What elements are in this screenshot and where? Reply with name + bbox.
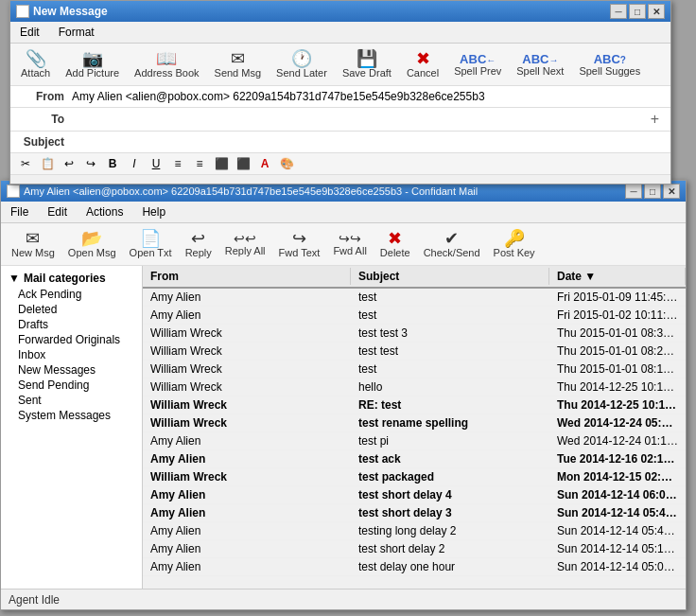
email-row[interactable]: Amy Alien test short delay 2 Sun 2014-12…	[143, 540, 686, 558]
open-txt-icon: 📄	[140, 230, 161, 247]
subject-input[interactable]	[70, 134, 663, 150]
compose-menu-format[interactable]: Format	[55, 24, 98, 41]
open-msg-button[interactable]: 📂 Open Msg	[63, 227, 121, 261]
outdent-btn[interactable]: ⬛	[234, 155, 252, 172]
main-menu-file[interactable]: File	[7, 203, 32, 220]
add-picture-button[interactable]: 📷 Add Picture	[61, 47, 124, 81]
main-menu-actions[interactable]: Actions	[82, 203, 127, 220]
new-msg-icon: ✉	[26, 230, 40, 247]
email-row[interactable]: Amy Alien test Fri 2015-01-02 10:11:51 P…	[143, 307, 686, 325]
camera-icon: 📷	[82, 50, 103, 67]
email-date: Fri 2015-01-09 11:45:35 AM	[549, 289, 686, 306]
email-row[interactable]: Amy Alien testing long delay 2 Sun 2014-…	[143, 522, 686, 540]
email-date: Thu 2014-12-25 10:14:13 PM	[549, 396, 686, 414]
main-close-btn[interactable]: ✕	[663, 184, 680, 199]
email-row[interactable]: William Wreck RE: test Thu 2014-12-25 10…	[143, 396, 686, 414]
bold-btn[interactable]: B	[103, 155, 122, 172]
fwd-text-button[interactable]: ↪ Fwd Text	[274, 227, 325, 261]
sidebar-item-deleted[interactable]: Deleted	[1, 302, 142, 317]
font-color-btn[interactable]: A	[255, 155, 274, 172]
email-layout: ▼ Mail categories Ack Pending Deleted Dr…	[1, 266, 686, 589]
sidebar-item-forwarded-originals[interactable]: Forwarded Originals	[1, 332, 142, 347]
sidebar-item-ack-pending[interactable]: Ack Pending	[1, 287, 142, 302]
email-row[interactable]: Amy Alien test delay one hour Sun 2014-1…	[143, 558, 686, 576]
email-row[interactable]: Amy Alien test short delay 4 Sun 2014-12…	[143, 486, 686, 504]
sidebar-item-sent[interactable]: Sent	[1, 393, 142, 408]
col-header-subject-label: Subject	[358, 270, 399, 283]
main-window-icon: ✉	[7, 185, 20, 198]
cut-btn[interactable]: ✂	[16, 155, 35, 172]
send-later-button[interactable]: 🕐 Send Later	[271, 47, 332, 81]
email-date: Sun 2014-12-14 05:42:58 PM	[549, 522, 686, 539]
to-plus-btn[interactable]: +	[647, 111, 663, 128]
col-header-subject[interactable]: Subject	[351, 268, 549, 285]
main-maximize-btn[interactable]: □	[644, 184, 661, 199]
reply-all-button[interactable]: ↩↩ Reply All	[220, 229, 270, 259]
compose-window-icon: ✉	[16, 5, 29, 18]
new-msg-button[interactable]: ✉ New Msg	[7, 227, 60, 261]
underline-btn[interactable]: U	[147, 155, 165, 172]
email-row[interactable]: Amy Alien test ack Tue 2014-12-16 02:11:…	[143, 450, 686, 468]
fwd-all-button[interactable]: ↪↪ Fwd All	[328, 229, 371, 259]
to-input[interactable]	[70, 112, 647, 127]
main-menu-edit[interactable]: Edit	[44, 203, 71, 220]
sidebar-collapse-icon[interactable]: ▼	[9, 272, 20, 285]
sidebar-item-inbox[interactable]: Inbox	[1, 347, 142, 362]
email-row[interactable]: William Wreck hello Thu 2014-12-25 10:17…	[143, 378, 686, 396]
spell-suggest-button[interactable]: ABC? Spell Sugges	[574, 50, 645, 79]
col-header-from[interactable]: From	[143, 268, 351, 285]
align-center-btn[interactable]: ≡	[190, 155, 209, 172]
undo-btn[interactable]: ↩	[60, 155, 78, 172]
spell-next-button[interactable]: ABC→ Spell Next	[512, 50, 568, 79]
new-msg-label: New Msg	[11, 247, 55, 258]
format-toolbar: ✂ 📋 ↩ ↪ B I U ≡ ≡ ⬛ ⬛ A 🎨	[10, 153, 670, 175]
email-row[interactable]: William Wreck test Thu 2015-01-01 08:10:…	[143, 361, 686, 378]
check-send-button[interactable]: ✔ Check/Send	[419, 227, 485, 261]
compose-menu-edit[interactable]: Edit	[16, 24, 44, 41]
main-minimize-btn[interactable]: ─	[625, 184, 642, 199]
compose-close-btn[interactable]: ✕	[648, 4, 665, 19]
delete-button[interactable]: ✖ Delete	[375, 227, 415, 261]
email-list-header: From Subject Date ▼	[143, 266, 686, 289]
spell-prev-button[interactable]: ABC← Spell Prev	[449, 50, 506, 79]
sidebar-item-system-messages[interactable]: System Messages	[1, 408, 142, 423]
reply-button[interactable]: ↩ Reply	[181, 227, 217, 261]
indent-btn[interactable]: ⬛	[212, 155, 231, 172]
attach-button[interactable]: 📎 Attach	[16, 47, 55, 81]
main-menu-help[interactable]: Help	[138, 203, 169, 220]
email-row[interactable]: William Wreck test packaged Mon 2014-12-…	[143, 468, 686, 486]
book-icon: 📖	[156, 50, 177, 67]
highlight-btn[interactable]: 🎨	[277, 155, 296, 172]
email-row[interactable]: William Wreck test rename spelling Wed 2…	[143, 414, 686, 432]
address-book-button[interactable]: 📖 Address Book	[130, 47, 203, 81]
send-msg-label: Send Msg	[215, 67, 262, 79]
email-date: Tue 2014-12-16 02:11:19 AM	[549, 450, 686, 467]
email-row[interactable]: Amy Alien test short delay 3 Sun 2014-12…	[143, 504, 686, 522]
redo-btn[interactable]: ↪	[81, 155, 100, 172]
italic-btn[interactable]: I	[125, 155, 144, 172]
email-row[interactable]: Amy Alien test pi Wed 2014-12-24 01:14:1…	[143, 432, 686, 450]
sidebar-item-new-messages[interactable]: New Messages	[1, 362, 142, 378]
sidebar-item-drafts[interactable]: Drafts	[1, 317, 142, 332]
email-row[interactable]: Amy Alien test Fri 2015-01-09 11:45:35 A…	[143, 289, 686, 307]
email-row[interactable]: William Wreck test test Thu 2015-01-01 0…	[143, 343, 686, 361]
from-input[interactable]	[70, 89, 663, 104]
cancel-button[interactable]: ✖ Cancel	[402, 47, 444, 81]
email-subject: test short delay 2	[351, 540, 549, 557]
main-window: ✉ Amy Alien <alien@pobox.com> 62209a154b…	[0, 180, 687, 610]
email-row[interactable]: William Wreck test test 3 Thu 2015-01-01…	[143, 325, 686, 343]
align-left-btn[interactable]: ≡	[168, 155, 187, 172]
compose-minimize-btn[interactable]: ─	[610, 4, 627, 19]
compose-maximize-btn[interactable]: □	[629, 4, 646, 19]
col-header-date[interactable]: Date ▼	[549, 268, 686, 285]
save-draft-icon: 💾	[357, 50, 377, 67]
email-date: Thu 2015-01-01 08:23:34 PM	[549, 343, 686, 360]
post-key-button[interactable]: 🔑 Post Key	[489, 227, 540, 261]
open-txt-button[interactable]: 📄 Open Txt	[125, 227, 177, 261]
email-from: William Wreck	[143, 468, 351, 485]
save-draft-button[interactable]: 💾 Save Draft	[338, 47, 396, 81]
status-bar: Agent Idle	[1, 589, 686, 609]
send-msg-button[interactable]: ✉ Send Msg	[210, 47, 267, 81]
sidebar-item-send-pending[interactable]: Send Pending	[1, 378, 142, 393]
copy-btn[interactable]: 📋	[38, 155, 57, 172]
